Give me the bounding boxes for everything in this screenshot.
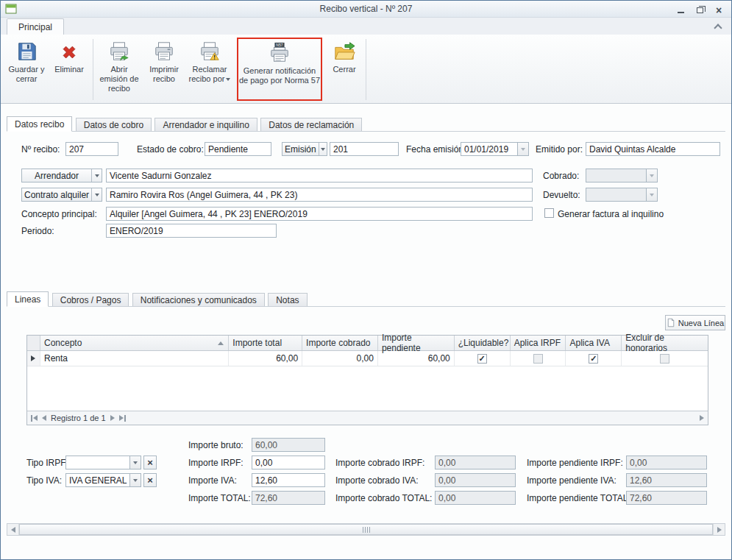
col-importe-pendiente[interactable]: Importe pendiente	[378, 336, 455, 350]
ribbon-tab-principal[interactable]: Principal	[7, 18, 64, 35]
importe-pendiente-irpf-field: 0,00	[626, 456, 707, 469]
estado-cobro-input[interactable]: Pendiente	[205, 142, 271, 156]
concepto-principal-input[interactable]: Alquiler [Angel Guimera, 44 , PK 23] ENE…	[106, 207, 533, 221]
clear-icon: ×	[147, 475, 153, 486]
tipo-iva-combo[interactable]: IVA GENERAL	[65, 473, 141, 487]
grid-row[interactable]: Renta 60,00 0,00 60,00	[27, 351, 708, 366]
ribbon-collapse-icon[interactable]	[714, 24, 722, 32]
ribbon-separator	[93, 39, 93, 100]
save-close-button[interactable]: Guardar y cerrar	[5, 38, 48, 98]
norma57-button[interactable]: N57 Generar notificación de pago por Nor…	[238, 39, 321, 99]
cobrado-input	[586, 169, 658, 182]
importe-bruto-label: Importe bruto:	[188, 440, 244, 450]
tipo-irpf-clear-button[interactable]: ×	[143, 456, 157, 469]
dropdown-icon	[646, 169, 657, 182]
nueva-linea-button[interactable]: Nueva Línea	[665, 315, 725, 330]
importe-pendiente-total-label: Importe pendiente TOTAL:	[527, 493, 630, 503]
col-concepto[interactable]: Concepto	[40, 336, 229, 350]
grid-header: Concepto Importe total Importe cobrado I…	[27, 336, 708, 351]
emision-numero-input[interactable]: 201	[330, 142, 399, 156]
titlebar: Recibo vertical - Nº 207 ×	[1, 1, 731, 18]
importe-irpf-input[interactable]: 0,00	[252, 456, 325, 469]
grid-scroll-right-button[interactable]	[700, 415, 704, 421]
col-aplica-iva[interactable]: Aplica IVA	[566, 336, 622, 350]
close-folder-icon	[333, 40, 355, 63]
restore-button[interactable]	[694, 4, 705, 15]
window-title: Recibo vertical - Nº 207	[1, 4, 731, 14]
delete-button[interactable]: Eliminar	[48, 38, 90, 98]
num-recibo-input[interactable]: 207	[65, 142, 118, 156]
tab-notificaciones[interactable]: Notificaciones y comunicados	[132, 293, 265, 307]
liquidable-checkbox[interactable]	[477, 354, 487, 364]
col-importe-cobrado[interactable]: Importe cobrado	[302, 336, 378, 350]
cell-aplica-irpf[interactable]	[511, 351, 566, 366]
tab-datos-recibo[interactable]: Datos recibo	[7, 116, 72, 132]
cell-excluir-honorarios[interactable]	[622, 351, 708, 366]
receipt-tabs: Datos recibo Datos de cobro Arrendador e…	[7, 116, 725, 132]
devuelto-label: Devuelto:	[543, 190, 580, 200]
pager-text: Registro 1 de 1	[51, 414, 106, 422]
pager-last-button[interactable]	[119, 415, 126, 422]
col-importe-total[interactable]: Importe total	[229, 336, 302, 350]
reclaim-warning-icon	[199, 40, 221, 63]
cell-importe-cobrado[interactable]: 0,00	[302, 351, 378, 366]
concepto-principal-label: Concepto principal:	[21, 209, 97, 219]
cell-aplica-iva[interactable]	[566, 351, 622, 366]
importe-pendiente-total-field: 72,60	[626, 491, 707, 505]
close-button[interactable]: ×	[714, 4, 724, 15]
cell-concepto[interactable]: Renta	[40, 351, 229, 366]
pager-next-button[interactable]	[110, 415, 115, 421]
tipo-irpf-combo[interactable]	[65, 456, 141, 469]
tab-divider	[7, 131, 725, 132]
importe-pendiente-iva-field: 12,60	[626, 473, 707, 487]
aplica-iva-checkbox[interactable]	[589, 354, 598, 364]
dropdown-icon	[646, 188, 657, 201]
tab-notas[interactable]: Notas	[268, 293, 307, 307]
cell-liquidable[interactable]	[455, 351, 511, 366]
tab-datos-cobro[interactable]: Datos de cobro	[76, 118, 152, 132]
scrollbar-thumb[interactable]	[19, 524, 713, 535]
excluir-honorarios-checkbox[interactable]	[660, 354, 669, 364]
dropdown-icon[interactable]	[129, 474, 141, 486]
close-form-button[interactable]: Cerrar	[325, 38, 363, 98]
dropdown-icon[interactable]	[319, 143, 327, 155]
emitido-por-input[interactable]: David Quintas Alcalde	[586, 142, 720, 156]
current-row-icon	[31, 355, 35, 361]
tab-cobros-pagos[interactable]: Cobros / Pagos	[52, 293, 129, 307]
open-emission-button[interactable]: Abrir emisión de recibo	[96, 38, 143, 98]
arrendador-combo[interactable]: Arrendador	[21, 169, 102, 182]
tab-arrendador-inquilino[interactable]: Arrendador e inquilino	[154, 118, 257, 132]
dropdown-icon[interactable]	[129, 456, 141, 469]
generar-factura-label: Generar factura al inquilino	[558, 209, 664, 219]
minimize-button[interactable]	[675, 4, 686, 15]
pager-prev-button[interactable]	[42, 415, 46, 421]
generar-factura-checkbox[interactable]	[544, 208, 554, 218]
cell-importe-total[interactable]: 60,00	[229, 351, 302, 366]
tipo-iva-clear-button[interactable]: ×	[143, 473, 157, 487]
contrato-alquiler-combo[interactable]: Contrato alquiler	[21, 188, 102, 202]
emision-combo[interactable]: Emisión	[282, 142, 327, 156]
scroll-left-button[interactable]	[7, 524, 19, 535]
scroll-right-button[interactable]	[713, 524, 725, 535]
contrato-alquiler-input[interactable]: Ramiro Rovira Ros (Angel Guimera, 44 , P…	[106, 188, 533, 202]
cell-importe-pendiente[interactable]: 60,00	[378, 351, 455, 366]
importe-cobrado-total-label: Importe cobrado TOTAL:	[335, 493, 432, 503]
periodo-input[interactable]: ENERO/2019	[106, 224, 277, 238]
calendar-dropdown-icon[interactable]	[517, 143, 528, 155]
col-liquidable[interactable]: ¿Liquidable?	[455, 336, 511, 350]
importe-pendiente-iva-label: Importe pendiente IVA:	[527, 475, 616, 486]
dropdown-icon[interactable]	[91, 188, 102, 201]
print-receipt-button[interactable]: Imprimir recibo	[143, 38, 185, 98]
fecha-emision-input[interactable]: 01/01/2019	[461, 142, 529, 156]
importe-iva-input[interactable]: 12,60	[252, 473, 325, 487]
dropdown-icon	[226, 78, 230, 81]
tab-datos-reclamacion[interactable]: Datos de reclamación	[260, 118, 362, 132]
reclaim-receipt-button[interactable]: Reclamar recibo por	[185, 38, 234, 98]
pager-first-button[interactable]	[31, 415, 38, 422]
col-aplica-irpf[interactable]: Aplica IRPF	[511, 336, 566, 350]
tab-lineas[interactable]: Lineas	[7, 291, 49, 307]
arrendador-input[interactable]: Vicente Sadurni Gonzalez	[106, 169, 533, 182]
col-excluir-honorarios[interactable]: Excluir de honorarios	[622, 336, 708, 350]
aplica-irpf-checkbox[interactable]	[533, 354, 543, 364]
dropdown-icon[interactable]	[91, 169, 102, 182]
